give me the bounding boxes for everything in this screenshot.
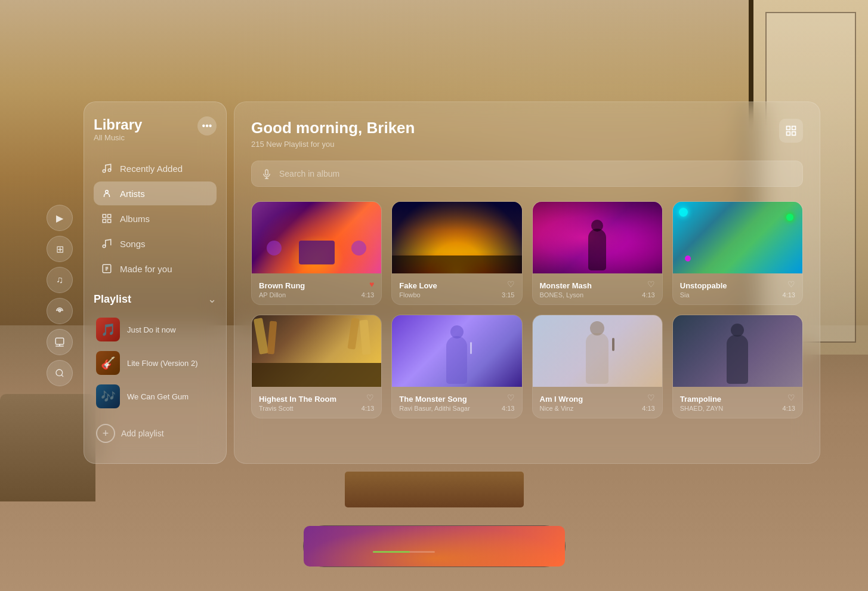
library-subtitle: All Music bbox=[94, 133, 142, 142]
song-artist-1: AP Dillon bbox=[259, 291, 305, 298]
nav-made-for-you[interactable]: Made for you bbox=[94, 257, 217, 281]
like-icon-5[interactable]: ♡ bbox=[366, 393, 374, 402]
song-card-8[interactable]: Trampoline SHAED, ZAYN ♡ 4:13 bbox=[672, 315, 803, 418]
search-input[interactable] bbox=[279, 169, 793, 178]
made-for-you-label: Made for you bbox=[120, 264, 172, 274]
song-duration-6: 4:13 bbox=[502, 405, 514, 412]
playlist-item-we-can-get-gum[interactable]: 🎶 We Can Get Gum bbox=[94, 380, 217, 413]
mini-play-button[interactable]: ▶ bbox=[47, 205, 73, 231]
artists-icon bbox=[101, 187, 113, 199]
made-for-you-icon bbox=[101, 263, 113, 275]
search-bar[interactable] bbox=[251, 161, 803, 187]
song-right-1: ♥ 4:13 bbox=[362, 279, 374, 298]
like-icon-1[interactable]: ♥ bbox=[369, 279, 374, 289]
song-details-2: Fake Love Flowbo bbox=[399, 281, 437, 298]
song-details-6: The Monster Song Ravi Basur, Adithi Saga… bbox=[399, 395, 470, 412]
song-duration-1: 4:13 bbox=[362, 291, 374, 298]
grid-view-button[interactable] bbox=[779, 119, 803, 143]
nav-recently-added[interactable]: Recently Added bbox=[94, 156, 217, 180]
song-artist-6: Ravi Basur, Adithi Sagar bbox=[399, 405, 470, 412]
like-icon-6[interactable]: ♡ bbox=[507, 393, 515, 402]
song-info-1: Brown Rung AP Dillon ♥ 4:13 bbox=[252, 273, 381, 304]
playlist-section: Playlist ⌄ 🎵 Just Do it now 🎸 Lite Flow … bbox=[94, 293, 217, 449]
library-title: Library bbox=[94, 116, 142, 133]
song-right-8: ♡ 4:13 bbox=[783, 393, 795, 412]
song-right-2: ♡ 3:15 bbox=[502, 279, 514, 298]
song-title-8: Trampoline bbox=[680, 395, 724, 404]
song-info-2: Fake Love Flowbo ♡ 3:15 bbox=[392, 273, 521, 304]
sidebar-header: Library All Music ••• bbox=[94, 116, 217, 154]
like-icon-4[interactable]: ♡ bbox=[787, 279, 795, 289]
playlist-name-2: Lite Flow (Version 2) bbox=[127, 359, 198, 368]
song-card-7[interactable]: Am I Wrong Nice & Vinz ♡ 4:13 bbox=[532, 315, 663, 418]
song-details-4: Unstoppable Sia bbox=[680, 281, 727, 298]
song-details-8: Trampoline SHAED, ZAYN bbox=[680, 395, 724, 412]
svg-point-5 bbox=[103, 170, 106, 173]
song-art-7 bbox=[533, 315, 662, 387]
song-duration-7: 4:13 bbox=[642, 405, 654, 412]
now-playing-progress bbox=[373, 551, 435, 553]
song-title-3: Monster Mash bbox=[540, 281, 592, 290]
song-card-2[interactable]: Fake Love Flowbo ♡ 3:15 bbox=[391, 201, 522, 305]
like-icon-2[interactable]: ♡ bbox=[507, 279, 515, 289]
svg-rect-9 bbox=[108, 214, 111, 217]
song-card-5[interactable]: Highest In The Room Travis Scott ♡ 4:13 bbox=[251, 315, 382, 418]
playlist-header: Playlist ⌄ bbox=[94, 293, 217, 306]
svg-point-12 bbox=[103, 245, 106, 248]
song-details-3: Monster Mash BONES, Lyson bbox=[540, 281, 592, 298]
nav-albums[interactable]: Albums bbox=[94, 207, 217, 230]
song-card-3[interactable]: Monster Mash BONES, Lyson ♡ 4:13 bbox=[532, 201, 663, 305]
svg-rect-17 bbox=[792, 132, 796, 136]
artists-label: Artists bbox=[120, 189, 145, 199]
like-icon-7[interactable]: ♡ bbox=[647, 393, 655, 402]
main-header: Good morning, Briken 215 New Playlist fo… bbox=[251, 119, 803, 149]
mini-music-button[interactable]: ♫ bbox=[47, 267, 73, 293]
mini-grid-button[interactable]: ⊞ bbox=[47, 236, 73, 262]
add-playlist-label: Add playlist bbox=[121, 429, 164, 438]
playlist-item-just-do-it[interactable]: 🎵 Just Do it now bbox=[94, 313, 217, 346]
nav-songs[interactable]: Songs bbox=[94, 232, 217, 256]
song-right-6: ♡ 4:13 bbox=[502, 393, 514, 412]
greeting-subtitle: 215 New Playlist for you bbox=[251, 140, 415, 149]
song-duration-5: 4:13 bbox=[362, 405, 374, 412]
main-content: Good morning, Briken 215 New Playlist fo… bbox=[234, 101, 820, 464]
song-artist-3: BONES, Lyson bbox=[540, 291, 592, 298]
like-icon-8[interactable]: ♡ bbox=[787, 393, 795, 402]
song-card-1[interactable]: Brown Rung AP Dillon ♥ 4:13 bbox=[251, 201, 382, 305]
playlist-item-lite-flow[interactable]: 🎸 Lite Flow (Version 2) bbox=[94, 346, 217, 380]
song-duration-8: 4:13 bbox=[783, 405, 795, 412]
song-info-5: Highest In The Room Travis Scott ♡ 4:13 bbox=[252, 387, 381, 418]
song-info-6: The Monster Song Ravi Basur, Adithi Saga… bbox=[392, 387, 521, 418]
song-artist-8: SHAED, ZAYN bbox=[680, 405, 724, 412]
nav-artists[interactable]: Artists bbox=[94, 181, 217, 205]
now-playing-bar: Brown Rung 2:10 ⇄ bbox=[303, 525, 566, 567]
song-right-5: ♡ 4:13 bbox=[362, 393, 374, 412]
song-title-6: The Monster Song bbox=[399, 395, 470, 404]
song-duration-4: 4:13 bbox=[783, 291, 795, 298]
more-options-button[interactable]: ••• bbox=[197, 116, 217, 136]
svg-rect-10 bbox=[103, 220, 106, 223]
albums-label: Albums bbox=[120, 214, 150, 224]
song-art-6 bbox=[392, 315, 521, 387]
song-info-3: Monster Mash BONES, Lyson ♡ 4:13 bbox=[533, 273, 662, 304]
mini-screen-button[interactable] bbox=[47, 329, 73, 355]
sidebar-title-group: Library All Music bbox=[94, 116, 142, 154]
song-title-5: Highest In The Room bbox=[259, 395, 336, 404]
song-right-7: ♡ 4:13 bbox=[642, 393, 654, 412]
songs-grid: Brown Rung AP Dillon ♥ 4:13 bbox=[251, 201, 803, 418]
recently-added-icon bbox=[101, 162, 113, 174]
song-card-6[interactable]: The Monster Song Ravi Basur, Adithi Saga… bbox=[391, 315, 522, 418]
svg-rect-8 bbox=[103, 214, 106, 217]
mini-search-button[interactable] bbox=[47, 360, 73, 386]
now-playing-thumbnail bbox=[339, 534, 363, 558]
svg-rect-1 bbox=[55, 338, 64, 344]
songs-icon bbox=[101, 238, 113, 250]
song-card-4[interactable]: Unstoppable Sia ♡ 4:13 bbox=[672, 201, 803, 305]
svg-point-7 bbox=[106, 190, 109, 193]
song-art-1 bbox=[252, 202, 381, 273]
add-playlist-button[interactable]: + Add playlist bbox=[94, 418, 217, 449]
like-icon-3[interactable]: ♡ bbox=[647, 279, 655, 289]
playlist-name-3: We Can Get Gum bbox=[127, 392, 189, 401]
mini-radio-button[interactable] bbox=[47, 298, 73, 324]
progress-bar[interactable] bbox=[373, 551, 435, 553]
